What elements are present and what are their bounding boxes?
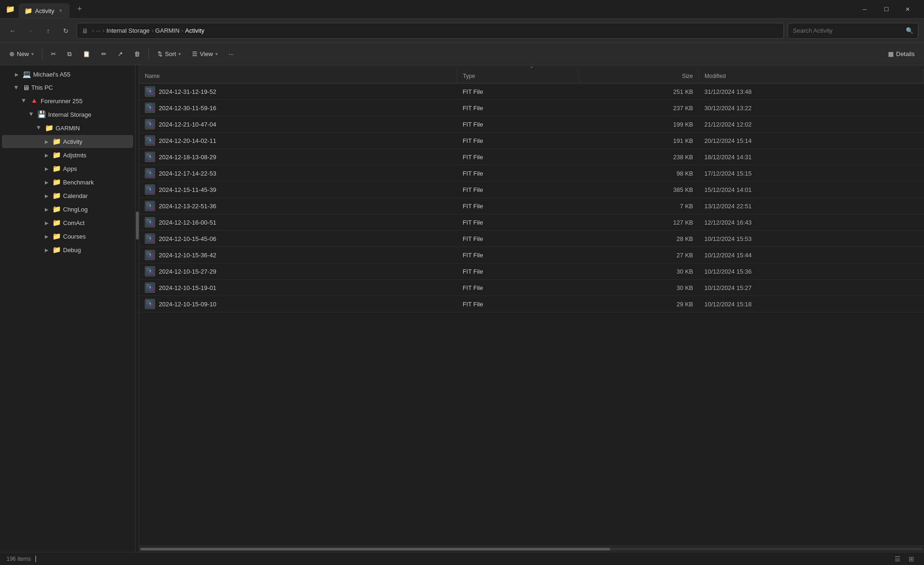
sidebar-item-this-pc[interactable]: ▶🖥This PC [2, 81, 133, 94]
sidebar-item-forerunner[interactable]: ▶🔺Forerunner 255 [2, 94, 133, 107]
breadcrumb-internal-storage[interactable]: Internal Storage [107, 27, 150, 34]
table-row[interactable]: 2024-12-13-22-51-36FIT File7 KB13/12/202… [139, 198, 924, 214]
close-button[interactable]: ✕ [897, 2, 918, 17]
breadcrumb[interactable]: 🖥 › ··· › Internal Storage › GARMIN › Ac… [77, 23, 784, 39]
sidebar-scrollbar[interactable] [135, 65, 139, 552]
breadcrumb-activity[interactable]: Activity [185, 27, 204, 34]
table-row[interactable]: 2024-12-10-15-36-42FIT File27 KB10/12/20… [139, 247, 924, 263]
breadcrumb-dots[interactable]: ··· [96, 27, 101, 34]
table-row[interactable]: 2024-12-10-15-19-01FIT File30 KB10/12/20… [139, 280, 924, 296]
michaels-a55-arrow-icon: ▶ [13, 71, 21, 78]
title-tab[interactable]: 📁 Activity × [19, 3, 70, 18]
internal-storage-label: Internal Storage [48, 111, 92, 118]
table-row[interactable]: 2024-12-31-12-19-52FIT File251 KB31/12/2… [139, 84, 924, 100]
garmin-folder-icon: 📁 [45, 124, 54, 132]
table-row[interactable]: 2024-12-15-11-45-39FIT File385 KB15/12/2… [139, 182, 924, 198]
fit-file-icon [145, 201, 155, 211]
new-label: New [17, 50, 29, 57]
file-type: FIT File [457, 84, 579, 100]
sort-button[interactable]: ⇅ Sort [153, 48, 185, 60]
table-row[interactable]: 2024-12-17-14-22-53FIT File98 KB17/12/20… [139, 165, 924, 182]
garmin-arrow-icon: ▶ [36, 124, 43, 132]
activity-arrow-icon: ▶ [43, 138, 50, 145]
file-name-cell: 2024-12-10-15-36-42 [139, 247, 457, 263]
file-modified: 10/12/2024 15:18 [699, 296, 924, 312]
search-box[interactable]: 🔍 [788, 23, 918, 39]
fit-file-icon [145, 184, 155, 195]
sidebar-item-garmin[interactable]: ▶📁GARMIN [2, 121, 133, 134]
tab-close-button[interactable]: × [57, 7, 64, 15]
benchmark-label: Benchmark [63, 179, 94, 186]
fit-file-icon [145, 168, 155, 178]
new-tab-button[interactable]: + [73, 4, 86, 14]
sidebar-item-courses[interactable]: ▶📁Courses [2, 230, 133, 243]
col-type[interactable]: Type [457, 69, 579, 84]
file-size: 251 KB [579, 84, 698, 100]
window-controls: ─ ☐ ✕ [854, 2, 918, 17]
share-button[interactable]: ↗ [113, 48, 128, 60]
search-icon[interactable]: 🔍 [906, 27, 913, 34]
breadcrumb-garmin[interactable]: GARMIN [155, 27, 179, 34]
forward-button[interactable]: → [23, 24, 37, 38]
file-modified: 20/12/2024 15:14 [699, 133, 924, 149]
horizontal-scrollbar[interactable] [139, 545, 924, 552]
sidebar-item-calendar[interactable]: ▶📁Calendar [2, 189, 133, 202]
cut-button[interactable]: ✂ [46, 48, 61, 60]
sidebar-item-comact[interactable]: ▶📁ComAct [2, 216, 133, 229]
refresh-button[interactable]: ↻ [59, 24, 73, 38]
sidebar-item-adjstmts[interactable]: ▶📁Adjstmts [2, 148, 133, 162]
table-row[interactable]: 2024-12-30-11-59-16FIT File237 KB30/12/2… [139, 100, 924, 116]
file-modified: 31/12/2024 13:48 [699, 84, 924, 100]
details-button[interactable]: ▦ Details [883, 48, 919, 60]
sidebar-item-debug[interactable]: ▶📁Debug [2, 243, 133, 256]
more-options-button[interactable]: ··· [224, 48, 239, 60]
rename-button[interactable]: ✏ [97, 48, 111, 60]
file-type: FIT File [457, 133, 579, 149]
file-name: 2024-12-10-15-27-29 [159, 268, 216, 275]
debug-folder-icon: 📁 [52, 246, 61, 254]
benchmark-arrow-icon: ▶ [43, 178, 50, 186]
col-name[interactable]: Name [139, 69, 457, 84]
paste-button[interactable]: 📋 [78, 48, 95, 60]
grid-view-button[interactable]: ⊞ [905, 554, 917, 564]
file-type: FIT File [457, 198, 579, 214]
fit-file-icon [145, 250, 155, 260]
sidebar-item-chnglog[interactable]: ▶📁ChngLog [2, 203, 133, 216]
view-button[interactable]: ☰ View [187, 48, 222, 60]
view-label: View [200, 50, 213, 57]
file-name: 2024-12-10-15-19-01 [159, 284, 216, 291]
back-button[interactable]: ← [6, 24, 20, 38]
search-input[interactable] [793, 27, 903, 34]
table-row[interactable]: 2024-12-10-15-45-06FIT File28 KB10/12/20… [139, 231, 924, 247]
list-view-button[interactable]: ☰ [891, 554, 903, 564]
sidebar-item-internal-storage[interactable]: ▶💾Internal Storage [2, 108, 133, 121]
file-name-cell: 2024-12-10-15-27-29 [139, 263, 457, 280]
delete-icon: 🗑 [134, 50, 140, 57]
table-header-row: Name Type Size Modified [139, 69, 924, 84]
table-row[interactable]: 2024-12-10-15-09-10FIT File29 KB10/12/20… [139, 296, 924, 312]
table-row[interactable]: 2024-12-21-10-47-04FIT File199 KB21/12/2… [139, 116, 924, 133]
sidebar-item-michaels-a55[interactable]: ▶💻Michael's A55 [2, 68, 133, 81]
col-modified[interactable]: Modified [699, 69, 924, 84]
new-icon: ⊕ [9, 50, 14, 57]
maximize-button[interactable]: ☐ [875, 2, 897, 17]
file-modified: 21/12/2024 12:02 [699, 116, 924, 133]
table-row[interactable]: 2024-12-10-15-27-29FIT File30 KB10/12/20… [139, 263, 924, 280]
file-type: FIT File [457, 296, 579, 312]
view-icon: ☰ [192, 50, 198, 57]
sidebar-item-benchmark[interactable]: ▶📁Benchmark [2, 176, 133, 189]
table-row[interactable]: 2024-12-20-14-02-11FIT File191 KB20/12/2… [139, 133, 924, 149]
sidebar-item-apps[interactable]: ▶📁Apps [2, 162, 133, 175]
up-button[interactable]: ↑ [41, 24, 55, 38]
new-button[interactable]: ⊕ New [5, 48, 38, 60]
file-area: ▼ Name Type Size Modified 2024-12-31-12-… [139, 65, 924, 552]
apps-folder-icon: 📁 [52, 164, 61, 173]
col-size[interactable]: Size [579, 69, 698, 84]
table-row[interactable]: 2024-12-12-16-00-51FIT File127 KB12/12/2… [139, 214, 924, 231]
copy-button[interactable]: ⧉ [63, 48, 76, 61]
delete-button[interactable]: 🗑 [129, 48, 145, 60]
table-row[interactable]: 2024-12-18-13-08-29FIT File238 KB18/12/2… [139, 149, 924, 165]
cut-icon: ✂ [51, 50, 56, 57]
minimize-button[interactable]: ─ [854, 2, 875, 17]
sidebar-item-activity[interactable]: ▶📁Activity [2, 135, 133, 148]
